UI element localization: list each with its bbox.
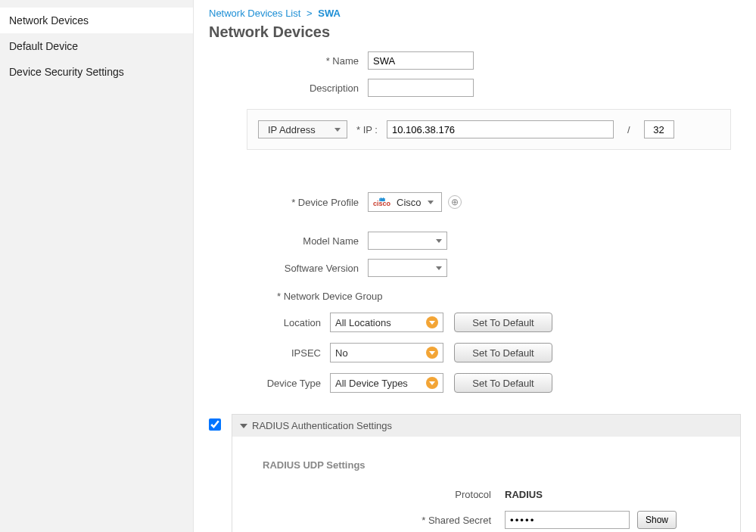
software-version-label: Software Version [209, 263, 368, 274]
location-row: Location All Locations Set To Default [209, 313, 741, 332]
shared-secret-label: * Shared Secret [263, 515, 505, 526]
model-name-select[interactable] [368, 232, 447, 250]
ipsec-select[interactable]: No [330, 343, 443, 362]
radius-header-label: RADIUS Authentication Settings [252, 420, 392, 431]
device-type-value: All Device Types [335, 378, 408, 389]
shared-secret-input[interactable] [505, 511, 630, 529]
device-type-select[interactable]: All Device Types [330, 373, 443, 393]
breadcrumb-current: SWA [318, 8, 341, 19]
sidebar-item-label: Default Device [9, 40, 78, 52]
protocol-label: Protocol [263, 489, 505, 500]
chevron-down-icon [436, 266, 442, 270]
software-version-row: Software Version [209, 259, 741, 277]
model-name-label: Model Name [209, 235, 368, 247]
breadcrumb: Network Devices List > SWA [209, 8, 741, 19]
device-profile-select[interactable]: ıılıılııcisco Cisco [368, 192, 442, 212]
cisco-logo-icon: ıılıılııcisco [373, 198, 390, 207]
software-version-select[interactable] [368, 259, 447, 277]
device-type-default-button[interactable]: Set To Default [454, 373, 552, 393]
page-title: Network Devices [209, 23, 741, 41]
device-profile-row: Device Profile ıılıılııcisco Cisco ⊕ [209, 192, 741, 212]
model-name-row: Model Name [209, 232, 741, 250]
ipsec-default-button[interactable]: Set To Default [454, 343, 552, 362]
radius-panel: RADIUS Authentication Settings RADIUS UD… [232, 414, 741, 532]
sidebar: Network Devices Default Device Device Se… [0, 0, 194, 532]
show-secret-button[interactable]: Show [637, 511, 677, 529]
main-content: Network Devices List > SWA Network Devic… [194, 0, 756, 532]
ip-type-select[interactable]: IP Address [258, 120, 347, 138]
chevron-down-icon [426, 316, 438, 328]
sidebar-item-device-security-settings[interactable]: Device Security Settings [0, 59, 193, 85]
mask-slash: / [623, 124, 635, 135]
ipsec-row: IPSEC No Set To Default [209, 343, 741, 362]
description-label: Description [209, 82, 368, 94]
sidebar-item-label: Network Devices [9, 14, 89, 26]
ip-type-label: IP Address [263, 124, 316, 135]
location-label: Location [209, 317, 330, 328]
ip-input[interactable] [387, 120, 614, 138]
device-profile-label: Device Profile [209, 197, 368, 208]
mask-input[interactable] [644, 120, 674, 138]
device-type-row: Device Type All Device Types Set To Defa… [209, 373, 741, 393]
chevron-down-icon [426, 347, 438, 359]
chevron-down-icon [334, 128, 341, 132]
radius-sub-heading: RADIUS UDP Settings [263, 459, 725, 471]
protocol-row: Protocol RADIUS [263, 489, 725, 500]
triangle-down-icon [240, 424, 247, 428]
ip-field-label: * IP : [356, 124, 378, 135]
chevron-down-icon [436, 239, 442, 243]
protocol-value: RADIUS [505, 489, 543, 500]
description-input[interactable] [368, 79, 474, 97]
location-select[interactable]: All Locations [330, 313, 443, 332]
sidebar-item-label: Device Security Settings [9, 66, 124, 78]
chevron-down-icon [426, 377, 438, 389]
ndg-section-label: * Network Device Group [277, 291, 741, 302]
device-profile-value: Cisco [397, 197, 422, 208]
ip-address-box: IP Address * IP : / [247, 109, 731, 150]
location-value: All Locations [335, 317, 391, 328]
breadcrumb-list-link[interactable]: Network Devices List [209, 8, 300, 19]
shared-secret-row: * Shared Secret Show [263, 511, 725, 529]
location-default-button[interactable]: Set To Default [454, 313, 552, 332]
radius-body: RADIUS UDP Settings Protocol RADIUS * Sh… [232, 437, 740, 532]
sidebar-item-default-device[interactable]: Default Device [0, 33, 193, 59]
sidebar-item-network-devices[interactable]: Network Devices [0, 8, 193, 33]
breadcrumb-separator: > [303, 8, 316, 19]
ipsec-label: IPSEC [209, 347, 330, 359]
radius-section: RADIUS Authentication Settings RADIUS UD… [209, 414, 741, 532]
name-label: Name [209, 55, 368, 67]
name-input[interactable] [368, 51, 474, 70]
radius-header[interactable]: RADIUS Authentication Settings [232, 415, 740, 437]
globe-icon[interactable]: ⊕ [448, 195, 462, 209]
description-row: Description [209, 79, 741, 97]
chevron-down-icon [428, 201, 434, 204]
ipsec-value: No [335, 347, 348, 359]
device-type-label: Device Type [209, 378, 330, 389]
radius-enable-checkbox[interactable] [209, 418, 221, 431]
name-row: Name [209, 51, 741, 70]
